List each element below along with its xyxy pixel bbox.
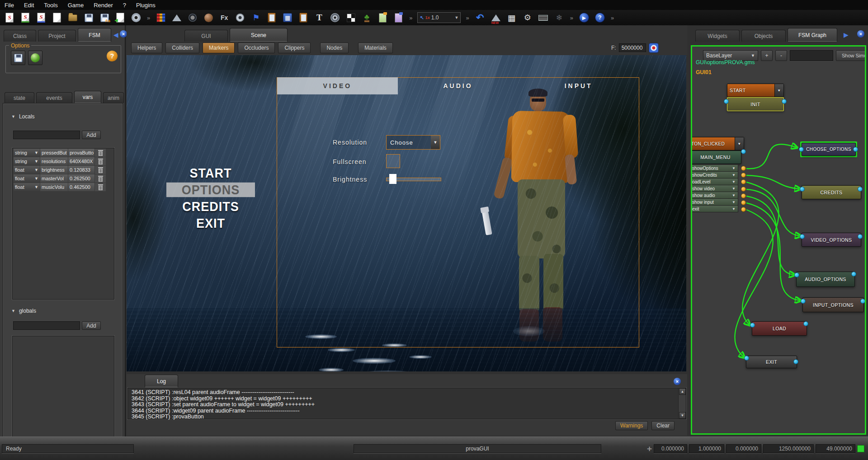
game-menu-options[interactable]: OPTIONS [166,183,255,197]
mode-clippers-button[interactable]: Clippers [278,42,311,53]
tab-widgets[interactable]: Widgets [695,30,740,42]
overflow-chevron-icon[interactable]: » [408,14,413,21]
connector-dot[interactable] [744,356,749,361]
connector-dot[interactable] [800,234,805,239]
var-type-dropdown[interactable]: string▼ [14,149,40,157]
event-row[interactable]: oadLevel▼ [691,178,738,185]
fsm-node-load[interactable]: LOAD [752,321,807,336]
locals-add-input[interactable] [13,131,80,139]
tab-events[interactable]: events [36,92,72,103]
s2-open-icon[interactable]: S [19,12,31,23]
overflow-chevron-icon[interactable]: » [610,14,615,21]
fsm-node-button-clicked[interactable]: TON_CLICKED▼ [691,137,744,150]
var-type-dropdown[interactable]: string▼ [14,157,40,165]
globals-add-input[interactable] [13,321,80,330]
text-tool-icon[interactable]: T [313,12,325,23]
terrain-new-icon[interactable]: NEW [490,12,502,23]
mode-nodes-button[interactable]: Nodes [320,42,349,53]
event-row[interactable]: showOptions▼ [691,165,738,172]
layer-name-input[interactable] [790,50,833,61]
var-type-dropdown[interactable]: float▼ [14,183,40,191]
clear-log-button[interactable]: Clear [651,421,675,430]
s2-project-icon[interactable]: S [4,12,15,23]
log-scrollbar[interactable]: ▲ ▼ [678,388,686,419]
event-row[interactable]: show video▼ [691,185,738,192]
event-connector-dot[interactable] [741,179,746,184]
fsm-node-audio-options[interactable]: AUDIO_OPTIONS [796,272,855,287]
tab-objects[interactable]: Objects [741,30,786,42]
clipboard-edit-icon[interactable] [297,12,309,23]
mode-colliders-button[interactable]: Colliders [165,42,199,53]
target-icon[interactable] [649,43,659,53]
menu-help[interactable]: ? [123,2,126,9]
tab-project[interactable]: Project [38,30,76,42]
event-row[interactable]: show audio▼ [691,192,738,199]
mode-materials-button[interactable]: Materials [358,42,393,53]
fullscreen-checkbox[interactable] [386,154,400,168]
note-purple-icon[interactable] [392,12,404,23]
terrain-icon[interactable] [171,12,183,23]
game-tab-video[interactable]: VIDEO [277,77,398,94]
event-connector-dot[interactable] [741,207,746,212]
save-fsm-button[interactable] [11,51,25,65]
overflow-chevron-icon[interactable]: » [569,14,574,21]
fx-icon[interactable]: Fx [218,12,230,23]
globals-add-button[interactable]: Add [82,321,101,330]
tab-state[interactable]: state [5,92,34,103]
menu-game[interactable]: Game [68,2,84,9]
var-name-field[interactable]: resolutions [40,157,68,165]
dropdown-arrow-icon[interactable]: ▼ [774,84,783,97]
dropdown-arrow-icon[interactable]: ▼ [735,137,744,150]
var-value-field[interactable]: 0.120833 [68,166,94,174]
mode-markers-button[interactable]: Markers [203,42,235,53]
var-value-field[interactable]: provaButto [68,149,94,157]
resolution-dropdown[interactable]: Choose ▼ [386,135,440,150]
event-connector-dot[interactable] [741,166,746,171]
event-connector-dot[interactable] [741,173,746,178]
tab-anim[interactable]: anim [103,92,124,103]
game-viewport[interactable]: START OPTIONS CREDITS EXIT VIDEO AUDIO I… [127,55,686,371]
event-connector-dot[interactable] [741,200,746,205]
overflow-chevron-icon[interactable]: » [465,14,470,21]
scroll-up-icon[interactable]: ▲ [679,388,686,395]
warnings-button[interactable]: Warnings [615,421,648,430]
zoom-scale-dropdown[interactable]: ↖1x 1.0 ▼ [417,12,461,23]
connector-dot[interactable] [724,99,729,104]
connector-dot[interactable] [860,299,865,304]
menu-tools[interactable]: Tools [44,2,57,9]
add-layer-button[interactable]: + [761,50,773,61]
fsm-help-icon[interactable]: ? [107,51,118,61]
tab-vars[interactable]: vars [74,91,101,103]
f-value-input[interactable]: 5000000 [619,43,646,52]
collapse-left-icon[interactable]: ◀ [113,31,118,38]
connector-dot[interactable] [750,323,755,328]
menu-edit[interactable]: Edit [24,2,34,9]
var-value-field[interactable]: 0.262500 [68,174,94,183]
scroll-down-icon[interactable]: ▼ [679,412,686,419]
close-panel-icon[interactable]: × [857,30,864,38]
menu-file[interactable]: File [5,2,14,9]
game-menu-exit[interactable]: EXIT [166,216,255,230]
var-delete-button[interactable] [95,149,106,157]
tab-fsm-graph[interactable]: FSM Graph [788,28,837,42]
connector-dot[interactable] [853,147,858,152]
event-row[interactable]: showCredits▼ [691,172,738,178]
brightness-slider-handle[interactable] [389,174,396,184]
game-menu-start[interactable]: START [166,166,255,180]
wheel-icon[interactable] [187,12,198,23]
game-menu-credits[interactable]: CREDITS [166,199,255,214]
connector-dot[interactable] [794,272,799,277]
var-type-dropdown[interactable]: float▼ [14,166,40,174]
grid-icon[interactable]: ▦ [506,12,518,23]
gear-icon[interactable]: ⚙ [522,12,533,23]
tab-fsm[interactable]: FSM [78,28,111,42]
new-file-icon[interactable] [51,12,63,23]
connector-dot[interactable] [801,299,806,304]
overflow-chevron-icon[interactable]: » [146,14,151,21]
planet-icon[interactable] [203,12,214,23]
bonsai-icon[interactable]: ♣ [361,12,373,23]
connector-dot[interactable] [858,234,863,239]
locals-section-header[interactable]: ▼ Locals [11,113,35,120]
s2-save-icon[interactable]: S [35,12,47,23]
var-type-dropdown[interactable]: float▼ [14,174,40,183]
